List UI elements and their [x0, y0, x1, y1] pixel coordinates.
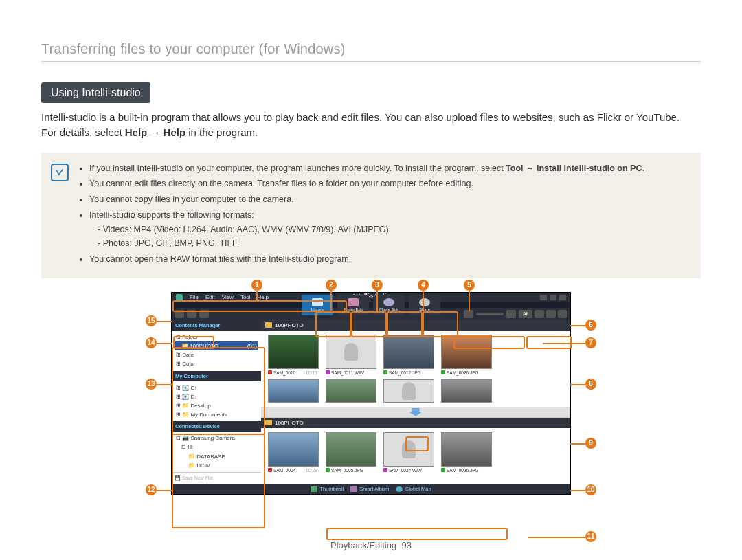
thumbnail-caption: SAM_0010.00:11: [268, 369, 317, 375]
folder-icon: [265, 322, 272, 328]
thumbnail-item[interactable]: SAM_0024.WAV: [383, 432, 433, 473]
note-icon: [51, 164, 69, 181]
note-sub-photos: Photos: JPG, GIF, BMP, PNG, TIFF: [89, 237, 644, 250]
intro-2e: in the program.: [186, 126, 258, 138]
callout-9: 9: [585, 438, 596, 449]
library-button[interactable]: Library: [302, 295, 333, 315]
intro-2a: For details, select: [41, 126, 125, 138]
thumbnail-image: [441, 379, 492, 403]
pane-divider[interactable]: [261, 407, 570, 418]
thumbnail-item[interactable]: [383, 379, 433, 403]
thumbnail-image: [441, 432, 492, 467]
share-button[interactable]: Share: [409, 295, 440, 315]
nav-up-button[interactable]: [199, 310, 209, 318]
save-new-file[interactable]: 💾 Save New File: [172, 472, 261, 484]
intro-2d: Help: [164, 126, 186, 138]
tree-color[interactable]: ⊞ Color: [175, 359, 258, 368]
tree-d[interactable]: ⊞ 💽 D:: [175, 392, 258, 401]
tree-mydocs[interactable]: ⊞ 📁 My Documents: [175, 410, 258, 419]
filter-audio-button[interactable]: [558, 310, 567, 318]
breadcrumb: Transferring files to your computer (for…: [41, 41, 701, 62]
callout-14: 14: [146, 337, 157, 348]
callout-4: 4: [418, 280, 429, 291]
thumbnail-item[interactable]: SAM_0005.JPG: [326, 432, 375, 473]
thumbnail-image: [383, 379, 434, 403]
intro-2c: →: [147, 126, 163, 138]
thumbnail-grid-bottom: SAM_0004.00:08SAM_0005.JPGSAM_0024.WAVSA…: [261, 428, 570, 477]
app-icon: [176, 294, 183, 301]
close-button[interactable]: [559, 295, 566, 300]
thumbnail-item[interactable]: SAM_0026.JPG: [441, 335, 491, 375]
thumbnail-item[interactable]: [268, 379, 317, 403]
note-bullet-5: You cannot open the RAW format files wit…: [89, 253, 644, 266]
callout-13: 13: [146, 379, 157, 390]
tree-dcim[interactable]: 📁 DCIM: [175, 461, 258, 470]
thumbnail-item[interactable]: SAM_0026.JPG: [441, 432, 491, 473]
tree-100photo[interactable]: 📁 100PHOTO (91): [175, 341, 258, 350]
thumbnail-caption: SAM_0011.WAV: [326, 369, 375, 375]
nav-back-button[interactable]: [175, 310, 184, 318]
thumbnail-caption: SAM_0024.WAV: [383, 467, 433, 473]
view-smartalbum-button[interactable]: Smart Album: [350, 486, 389, 492]
thumbnail-image: [326, 379, 376, 403]
device-tree: ⊟ 📷 Samsung Camera ⊟ H: 📁 DATABASE 📁 DCI…: [172, 432, 261, 472]
filter-image-button[interactable]: [535, 310, 544, 318]
folder-icon: [265, 420, 272, 425]
sidebar: Contents Manager ⊟ Folder 📁 100PHOTO (91…: [172, 320, 261, 484]
callout-10: 10: [585, 484, 596, 495]
thumbnail-item[interactable]: SAM_0011.WAV: [326, 335, 375, 375]
thumbnail-item[interactable]: SAM_0010.00:11: [268, 335, 317, 375]
sidebar-mycomputer-header: My Computer: [172, 371, 261, 381]
tree-date[interactable]: ⊞ Date: [175, 350, 258, 359]
menu-file[interactable]: File: [190, 294, 199, 300]
folder-header-bottom: 100PHOTO: [261, 418, 570, 428]
thumbnail-image: [383, 432, 434, 467]
thumbnail-caption: SAM_0026.JPG: [441, 467, 491, 473]
tree-database[interactable]: 📁 DATABASE: [175, 452, 258, 461]
bottom-bar: Thumbnail Smart Album Global Map: [172, 484, 570, 494]
tree-camera[interactable]: ⊟ 📷 Samsung Camera: [175, 434, 258, 443]
toolbar: Intelli-studio Library Photo Edit Movie …: [172, 302, 570, 308]
maximize-button[interactable]: [550, 295, 556, 300]
tree-h[interactable]: ⊟ H:: [175, 443, 258, 451]
note-bullet-2: You cannot edit files directly on the ca…: [89, 177, 644, 190]
minimize-button[interactable]: [540, 295, 547, 300]
zoom-slider[interactable]: [476, 313, 504, 315]
thumbnail-grid-top-2: [261, 379, 570, 407]
callout-8: 8: [585, 379, 596, 390]
thumbnail-item[interactable]: SAM_0004.00:08: [268, 432, 317, 473]
note-bullet-4: Intelli-studio supports the following fo…: [89, 209, 644, 250]
tree-desktop[interactable]: ⊞ 📁 Desktop: [175, 401, 258, 410]
callout-7: 7: [585, 337, 596, 348]
zoom-out-button[interactable]: [464, 310, 473, 318]
view-globalmap-button[interactable]: Global Map: [396, 486, 431, 492]
app-window: File Edit View Tool Help Intelli-studio …: [171, 292, 571, 495]
menu-help[interactable]: Help: [258, 294, 269, 300]
filetype-icon: [383, 370, 387, 374]
callout-1: 1: [251, 280, 262, 291]
thumbnail-item[interactable]: SAM_0012.JPG: [383, 335, 433, 375]
filetype-icon: [441, 468, 445, 472]
filter-video-button[interactable]: [546, 310, 556, 318]
note-bullet-3: You cannot copy files in your computer t…: [89, 193, 644, 206]
photo-edit-button[interactable]: Photo Edit: [337, 295, 369, 315]
menu-tool[interactable]: Tool: [240, 294, 251, 300]
filetype-icon: [326, 468, 330, 472]
thumbnail-image: [383, 335, 434, 369]
menu-view[interactable]: View: [222, 294, 234, 300]
zoom-in-button[interactable]: [506, 310, 516, 318]
thumbnail-caption: SAM_0004.00:08: [268, 467, 317, 473]
menu-edit[interactable]: Edit: [205, 294, 215, 300]
nav-forward-button[interactable]: [187, 310, 196, 318]
thumbnail-item[interactable]: [441, 379, 491, 403]
movie-edit-button[interactable]: Movie Edit: [373, 295, 405, 315]
thumbnail-image: [326, 432, 376, 467]
view-thumbnail-button[interactable]: Thumbnail: [311, 486, 344, 492]
filter-all-button[interactable]: All: [519, 310, 532, 318]
footer-page-number: 93: [401, 540, 411, 550]
folder-header-top: 100PHOTO: [261, 320, 570, 331]
tree-folder[interactable]: ⊟ Folder: [175, 333, 258, 341]
divider-arrow-icon: [409, 408, 422, 416]
tree-c[interactable]: ⊞ 💽 C:: [175, 383, 258, 392]
thumbnail-item[interactable]: [326, 379, 375, 403]
